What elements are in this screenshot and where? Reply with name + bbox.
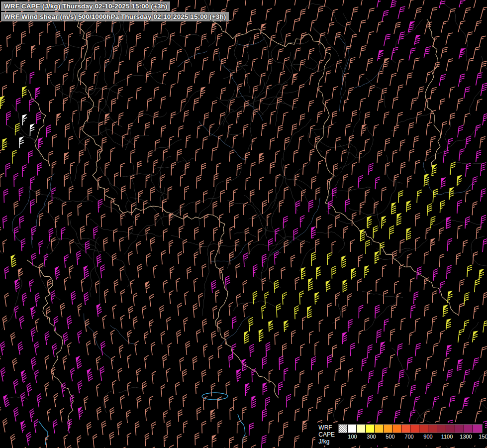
legend-label-block: WRF CAPE J/kg [318, 424, 335, 445]
legend-color-box [419, 425, 428, 433]
legend-color-box [339, 425, 348, 433]
legend-unit-label: J/kg [318, 438, 335, 445]
map-canvas [0, 0, 487, 448]
legend-color-box [446, 425, 455, 433]
legend-colorbar [338, 424, 483, 433]
legend-model-label: WRF [318, 424, 335, 431]
cape-title: WRF CAPE (J/kg) Thursday 02-10-2025 15:0… [1, 1, 170, 11]
legend-tick-label: 900 [423, 434, 432, 440]
legend-color-box [366, 425, 375, 433]
legend-color-box [384, 425, 392, 433]
legend-tick-label: 500 [386, 434, 394, 440]
legend-tick-label: 1300 [460, 434, 472, 440]
legend-color-box [348, 425, 357, 433]
legend-tick-label: 1500 [479, 434, 487, 440]
legend-color-box [401, 425, 410, 433]
legend-scale: 100300500700900110013001500 [338, 424, 483, 440]
legend-color-box [357, 425, 366, 433]
map-title-block: WRF CAPE (J/kg) Thursday 02-10-2025 15:0… [1, 1, 229, 22]
legend-tick-label: 300 [367, 434, 376, 440]
legend-tick-label: 100 [348, 434, 357, 440]
cape-legend: WRF CAPE J/kg 10030050070090011001300150… [315, 423, 485, 446]
legend-color-box [428, 425, 437, 433]
legend-color-box [375, 425, 384, 433]
legend-param-label: CAPE [318, 431, 335, 438]
legend-color-box [464, 425, 473, 433]
legend-color-box [437, 425, 446, 433]
weather-map-viewport: WRF CAPE (J/kg) Thursday 02-10-2025 15:0… [0, 0, 487, 448]
legend-color-box [392, 425, 401, 433]
legend-tick-label: 700 [404, 434, 413, 440]
legend-tick-label: 1100 [441, 434, 453, 440]
legend-ticks: 100300500700900110013001500 [338, 433, 483, 440]
map-background [0, 0, 487, 448]
legend-color-box [455, 425, 464, 433]
legend-color-box [410, 425, 419, 433]
legend-color-box [473, 425, 482, 433]
windshear-title: WRF Wind shear (m/s) 500/1000hPa Thursda… [1, 12, 229, 21]
